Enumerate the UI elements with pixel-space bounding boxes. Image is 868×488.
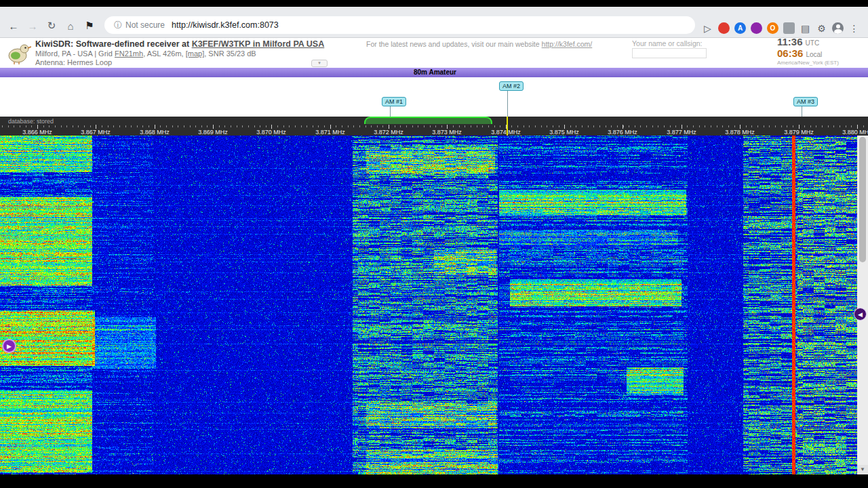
extensions-puzzle-icon[interactable] [783,22,795,34]
minor-tick [494,125,495,127]
cast-icon[interactable]: ▷ [702,22,713,34]
grid-link[interactable]: FN21mh [115,49,143,58]
location-text: , ASL 426m, [143,49,186,58]
minor-tick [108,125,108,127]
news-link[interactable]: http://k3fef.com/ [542,40,593,48]
minor-tick [822,125,823,127]
frequency-tick-label: 3.875 MHz [549,129,579,136]
minor-tick [717,125,717,127]
minor-tick [277,125,278,127]
minor-tick [459,125,460,127]
url-text: http://kiwisdr.k3fef.com:8073 [172,20,279,30]
minor-tick [49,125,50,127]
minor-tick [687,125,688,127]
home-icon[interactable]: ⌂ [62,18,79,34]
minor-tick [190,125,191,127]
minor-tick [810,125,811,127]
minor-tick [430,125,431,127]
reload-icon[interactable]: ↻ [43,18,60,34]
minor-tick [588,125,589,127]
band-label[interactable]: 80m Amateur [414,68,456,76]
minor-tick [377,125,378,127]
open-control-panel-button[interactable]: ◀ [854,308,867,321]
profile-avatar-icon[interactable] [832,22,844,34]
minor-tick [301,125,302,127]
minor-tick [55,125,56,127]
browser-extension-icons: ▷AO▤⚙⋮ [702,22,863,34]
minor-tick [547,125,547,127]
dx-label[interactable]: AM #1 [382,97,406,106]
map-link[interactable]: [map] [186,49,205,58]
back-icon[interactable]: ← [5,18,22,34]
menu-icon[interactable]: ⋮ [848,22,860,34]
band-bar[interactable]: 80m Amateur [0,68,868,77]
minor-tick [693,125,694,127]
minor-tick [781,125,782,127]
minor-tick [471,125,471,127]
side-panel-icon[interactable]: ▤ [800,22,811,34]
minor-tick [283,125,284,127]
minor-tick [142,125,143,127]
bookmark-icon[interactable]: ⚑ [81,18,98,34]
minor-tick [517,125,518,127]
waterfall-scrollbar-thumb[interactable] [859,137,866,262]
scroll-down-button[interactable]: ▼ [857,465,868,474]
ext-orange-icon[interactable]: O [767,22,778,34]
ext-red-icon[interactable] [718,22,730,34]
passband-indicator[interactable] [364,117,492,124]
waterfall-scrollbar[interactable] [857,136,868,474]
callsign-input[interactable] [632,48,707,58]
header-collapse-button[interactable]: ▾ [311,60,328,67]
minor-tick [307,125,307,127]
frequency-tick-label: 3.872 MHz [374,129,403,136]
minor-tick [559,125,559,127]
minor-tick [441,125,442,127]
minor-tick [617,125,618,127]
minor-tick [593,125,594,127]
minor-tick [658,125,658,127]
minor-tick [816,125,816,127]
minor-tick [359,125,360,127]
dx-label-line [802,106,802,117]
minor-tick [400,125,401,127]
minor-tick [764,125,764,127]
ext-purple-icon[interactable] [751,22,762,34]
settings-gear-icon[interactable]: ⚙ [816,22,827,34]
forward-icon: → [24,18,41,34]
receiver-title-prefix: KiwiSDR: Software-defined receiver at [35,39,192,49]
minor-tick [237,125,237,127]
security-info-icon[interactable]: ⓘ [114,20,122,31]
minor-tick [166,125,167,127]
minor-tick [119,125,120,127]
minor-tick [231,125,231,127]
security-label: Not secure [125,20,165,30]
minor-tick [699,125,700,127]
minor-tick [711,125,711,127]
minor-tick [664,125,665,127]
minor-tick [488,125,489,127]
minor-tick [529,125,530,127]
dx-label[interactable]: AM #2 [499,81,524,91]
dx-label[interactable]: AM #3 [793,97,818,106]
waterfall[interactable] [0,136,857,474]
minor-tick [2,125,3,127]
minor-tick [318,125,319,127]
minor-tick [195,125,196,127]
url-bar[interactable]: ⓘ Not secure http://kiwisdr.k3fef.com:80… [104,16,695,34]
dx-label-area[interactable] [0,77,868,117]
play-button[interactable]: ▶ [2,339,16,353]
minor-tick [757,125,758,127]
frequency-scale[interactable]: database: stored 3.866 MHz3.867 MHz3.868… [0,117,868,136]
browser-nav-icons: ←→↻⌂⚑ [5,18,98,34]
receiver-title-link[interactable]: K3FEF/W3TKP in Milford PA USA [192,39,325,49]
minor-tick [751,125,752,127]
minor-tick [61,125,62,127]
minor-tick [254,125,255,127]
frequency-tick-label: 3.874 MHz [491,129,521,136]
minor-tick [406,125,407,127]
minor-tick [611,125,612,127]
utc-label: UTC [806,39,820,47]
ext-blue-icon[interactable]: A [734,22,746,34]
minor-tick [224,125,225,127]
minor-tick [477,125,477,127]
